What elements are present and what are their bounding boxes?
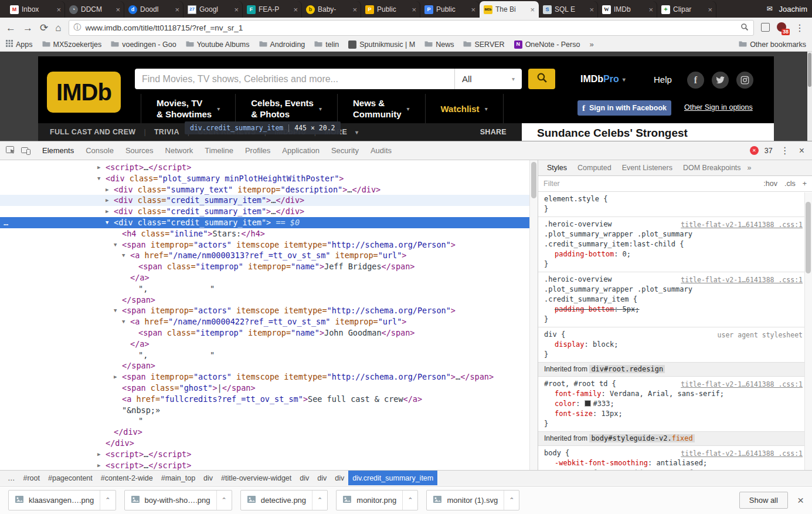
tab-close-icon[interactable]: × bbox=[589, 6, 594, 13]
breadcrumb-item[interactable]: #main_top bbox=[157, 471, 199, 485]
imdb-search-input[interactable]: Find Movies, TV shows, Celebrities and m… bbox=[135, 69, 454, 89]
dom-tree-line[interactable]: </a> bbox=[0, 339, 538, 350]
dom-tree-line[interactable]: <a href="fullcredits?ref_=tt_ov_st_sm">S… bbox=[0, 394, 538, 405]
download-item[interactable]: detective.png⌃ bbox=[240, 490, 328, 510]
breadcrumb-item[interactable]: … bbox=[4, 471, 19, 485]
browser-menu-icon[interactable]: ⋮ bbox=[793, 22, 806, 33]
breadcrumb-item[interactable]: #title-overview-widget bbox=[217, 471, 295, 485]
css-property[interactable]: color: #333; bbox=[544, 399, 808, 409]
hover-toggle[interactable]: :hov bbox=[763, 180, 777, 188]
dom-tree-line[interactable]: <span class="ghost">|</span> bbox=[0, 383, 538, 394]
devtools-tab-console[interactable]: Console bbox=[80, 141, 120, 160]
filter-input[interactable]: Filter bbox=[543, 180, 560, 188]
stylesheet-link[interactable]: title-flat-v2-1…6141388 .css:1 bbox=[681, 449, 803, 459]
download-item[interactable]: klaasvangen….png⌃ bbox=[8, 490, 116, 510]
twisty-icon[interactable]: ▶ bbox=[106, 206, 108, 217]
twisty-icon[interactable]: ▼ bbox=[114, 305, 117, 316]
tab-close-icon[interactable]: × bbox=[352, 6, 357, 13]
chevron-up-icon[interactable]: ⌃ bbox=[216, 491, 232, 510]
imdb-nav-item[interactable]: News &Community▾ bbox=[337, 94, 425, 123]
dom-tree-line[interactable]: ▶<script>…</script> bbox=[0, 460, 538, 470]
devtools-tab-profiles[interactable]: Profiles bbox=[239, 141, 276, 160]
twisty-icon[interactable]: ▶ bbox=[106, 184, 108, 195]
dom-tree-line[interactable]: ▶<div class="summary_text" itemprop="des… bbox=[0, 184, 538, 195]
twisty-icon[interactable]: ▼ bbox=[114, 239, 117, 251]
tab-close-icon[interactable]: × bbox=[708, 6, 712, 13]
back-button[interactable]: ← bbox=[6, 23, 16, 33]
bookmark-item[interactable]: Sputnikmusic | M bbox=[348, 40, 415, 49]
css-property[interactable]: display: block; bbox=[544, 340, 808, 350]
browser-tab[interactable]: dDoodl× bbox=[124, 1, 184, 18]
dom-tree-line[interactable]: ", " bbox=[0, 350, 538, 361]
browser-tab[interactable]: bBaby-× bbox=[302, 1, 361, 18]
dom-tree-line[interactable]: </span> bbox=[0, 295, 538, 306]
tab-close-icon[interactable]: × bbox=[648, 6, 653, 13]
dom-tree-line[interactable]: ▶<script>…</script> bbox=[0, 449, 538, 460]
download-item[interactable]: monitor.png⌃ bbox=[336, 490, 418, 510]
devtools-close-icon[interactable]: × bbox=[797, 146, 806, 156]
devtools-tab-timeline[interactable]: Timeline bbox=[199, 141, 239, 160]
scrollbar-thumb[interactable] bbox=[531, 162, 536, 198]
stylesheet-link[interactable]: user agent stylesheet bbox=[718, 330, 803, 340]
dom-tree-line[interactable]: ▼<a href="/name/nm0000313?ref_=tt_ov_st_… bbox=[0, 250, 538, 261]
stylesheet-link[interactable]: title-flat-v2-1…6141388 .css:1 bbox=[681, 220, 803, 230]
dom-tree-line[interactable]: ▼<div class="plot_summary minPlotHeightW… bbox=[0, 173, 538, 184]
url-text[interactable]: www.imdb.com/title/tt0118715/?ref_=nv_sr… bbox=[86, 23, 736, 32]
home-button[interactable]: ⌂ bbox=[55, 23, 61, 33]
breadcrumb-item[interactable]: #root bbox=[19, 471, 45, 485]
chevron-up-icon[interactable]: ⌃ bbox=[312, 491, 327, 510]
twisty-icon[interactable]: ▶ bbox=[106, 195, 108, 206]
bookmark-item[interactable]: NOneNote - Perso bbox=[514, 40, 580, 49]
chevron-up-icon[interactable]: ⌃ bbox=[100, 491, 115, 510]
tab-close-icon[interactable]: × bbox=[412, 6, 416, 13]
dom-tree-line[interactable]: "&nbsp;» bbox=[0, 405, 538, 416]
devtools-tab-network[interactable]: Network bbox=[159, 141, 199, 160]
browser-tab[interactable]: PPublic× bbox=[361, 1, 420, 18]
error-icon[interactable]: ✕ bbox=[750, 146, 759, 155]
dom-tree-line[interactable]: " bbox=[0, 415, 538, 427]
sidebar-tab-dom-breakpoints[interactable]: DOM Breakpoints bbox=[678, 164, 746, 172]
inspect-element-icon[interactable] bbox=[6, 146, 16, 155]
stylesheet-link[interactable]: title-flat-v2-1…6141388 .css:1 bbox=[681, 380, 803, 390]
twisty-icon[interactable]: ▶ bbox=[114, 371, 117, 383]
browser-tab[interactable]: MInbox× bbox=[6, 1, 65, 18]
browser-tab[interactable]: ✦Clipar× bbox=[657, 1, 716, 18]
twisty-icon[interactable]: ▼ bbox=[122, 250, 125, 261]
facebook-signin-button[interactable]: f Sign in with Facebook bbox=[577, 100, 671, 116]
sidebar-tab-computed[interactable]: Computed bbox=[572, 164, 617, 172]
reload-button[interactable]: ⟳ bbox=[40, 23, 48, 33]
dom-tree-line[interactable]: ▼<span itemprop="actors" itemscope itemt… bbox=[0, 305, 538, 316]
bookmark-item[interactable]: SERVER bbox=[463, 40, 504, 49]
twisty-icon[interactable]: ▼ bbox=[97, 173, 100, 184]
tab-close-icon[interactable]: × bbox=[530, 6, 535, 13]
devtools-tab-sources[interactable]: Sources bbox=[120, 141, 159, 160]
subnav-link[interactable]: FULL CAST AND CREW bbox=[50, 128, 135, 136]
page-info-icon[interactable]: ⓘ bbox=[74, 22, 81, 33]
dom-tree-line[interactable]: </div> bbox=[0, 427, 538, 438]
browser-tab[interactable]: SSQL E× bbox=[539, 1, 598, 18]
download-item[interactable]: boy-with-sho….png⌃ bbox=[124, 490, 232, 510]
imdbpro-link[interactable]: IMDbPro ▾ bbox=[580, 74, 626, 84]
breadcrumb-item-selected[interactable]: div.credit_summary_item bbox=[348, 471, 437, 485]
tab-close-icon[interactable]: × bbox=[56, 6, 61, 13]
bookmark-item[interactable]: Youtube Albums bbox=[186, 40, 250, 49]
instagram-icon[interactable] bbox=[736, 72, 753, 89]
chevron-up-icon[interactable]: ⌃ bbox=[504, 491, 519, 510]
dom-tree-line[interactable]: ▼<a href="/name/nm0000422?ref_=tt_ov_st_… bbox=[0, 316, 538, 327]
adblock-extension-icon[interactable]: 38 bbox=[777, 22, 786, 33]
downloads-close-icon[interactable]: × bbox=[797, 494, 804, 507]
rule-selector[interactable]: element.style { bbox=[544, 194, 808, 204]
dom-tree-line[interactable]: <span class="itemprop" itemprop="name">J… bbox=[0, 261, 538, 272]
breadcrumb-item[interactable]: div bbox=[295, 471, 313, 485]
imdb-nav-item[interactable]: Celebs, Events& Photos▾ bbox=[235, 94, 337, 123]
imdb-search-scope-dropdown[interactable]: All ▾ bbox=[454, 69, 522, 89]
zoom-icon[interactable] bbox=[740, 23, 749, 33]
browser-tab[interactable]: PPublic× bbox=[420, 1, 480, 18]
stylesheet-link[interactable]: title-flat-v2-1…6141388 .css:1 bbox=[681, 275, 803, 285]
breadcrumb-item[interactable]: #content-2-wide bbox=[97, 471, 157, 485]
breadcrumb-item[interactable]: #pagecontent bbox=[44, 471, 97, 485]
class-toggle[interactable]: .cls bbox=[784, 180, 796, 188]
rule-selector[interactable]: .credit_summary_item { bbox=[544, 295, 808, 305]
tabs-overflow-icon[interactable]: » bbox=[748, 164, 752, 172]
dom-tree-line[interactable]: ▶<script>…</script> bbox=[0, 162, 538, 173]
